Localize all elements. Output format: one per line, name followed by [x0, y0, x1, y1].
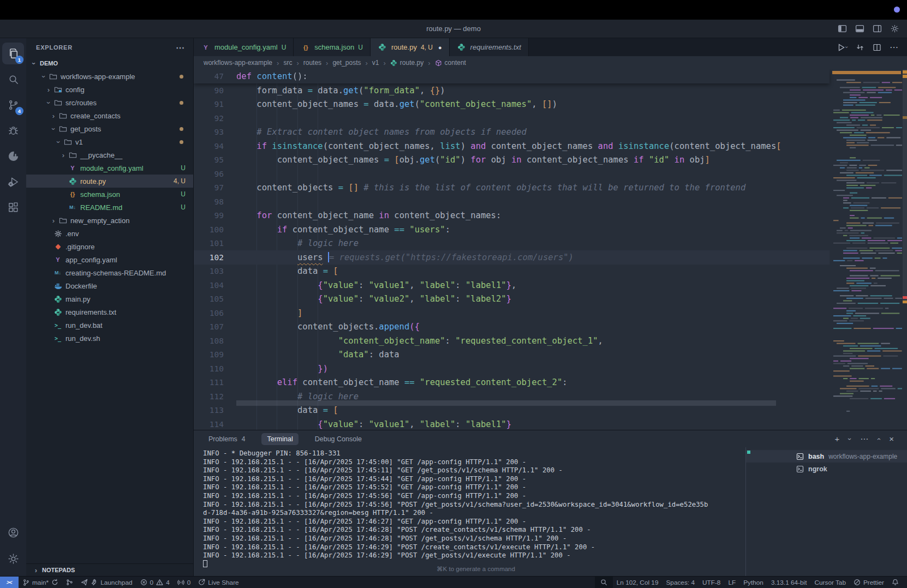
tree-item-module_config.yaml[interactable]: Ymodule_config.yamlU — [26, 161, 193, 175]
status-remote-indicator[interactable]: >< — [0, 577, 19, 588]
tree-item-workflows-app-example[interactable]: ›workflows-app-example — [26, 70, 193, 83]
code-line-106[interactable]: 106 ] — [194, 306, 830, 320]
activity-search[interactable] — [2, 68, 24, 90]
activity-extension-logo[interactable] — [2, 145, 24, 167]
code-line-114[interactable]: 114 {"value": "value1", "label": "label1… — [194, 417, 830, 430]
tree-item-README.md[interactable]: M↓README.mdU — [26, 201, 193, 214]
code-line-100[interactable]: 100 if content_object_name == "users": — [194, 223, 830, 237]
horizontal-scrollbar[interactable] — [236, 400, 776, 406]
layout-panel-icon[interactable] — [855, 24, 864, 33]
breadcrumb-item-v1[interactable]: v1 — [372, 59, 379, 67]
status-formatter-prettier[interactable]: Prettier — [850, 577, 888, 588]
activity-explorer[interactable]: 1 — [2, 43, 24, 64]
status-encoding[interactable]: UTF-8 — [699, 577, 724, 588]
code-line-107[interactable]: 107 content_objects.append({ — [194, 320, 830, 334]
status-live-share[interactable]: Live Share — [194, 577, 242, 588]
panel-tab-Debug Console[interactable]: Debug Console — [309, 433, 367, 445]
tree-item-creating-schemas-README.md[interactable]: M↓creating-schemas-README.md — [26, 266, 193, 279]
tree-item-new_empty_action[interactable]: ›new_empty_action — [26, 214, 193, 227]
activity-accounts[interactable] — [2, 521, 24, 543]
code-line-99[interactable]: 99 for content_object_name in content_ob… — [194, 209, 830, 223]
activity-testing[interactable] — [2, 171, 24, 193]
tree-item-.gitignore[interactable]: .gitignore — [26, 240, 193, 253]
views-more-actions-icon[interactable]: ⋯ — [176, 43, 184, 53]
code-line-102[interactable]: 102 users = requests.get("https://fakest… — [194, 250, 830, 265]
tree-item-v1[interactable]: ›v1 — [26, 135, 193, 148]
terminal-instance-bash[interactable]: bashworkflows-app-example — [746, 450, 907, 463]
settings-gear-icon[interactable] — [890, 24, 899, 33]
minimap[interactable] — [832, 69, 902, 418]
layout-sidebar-left-icon[interactable] — [838, 24, 847, 33]
tab-route.py[interactable]: route.py4, U● — [371, 38, 450, 56]
activity-manage[interactable] — [2, 548, 24, 569]
run-python-file-button[interactable]: › — [837, 43, 848, 52]
maximize-panel-icon[interactable]: › — [878, 436, 880, 442]
panel-tab-Problems[interactable]: Problems4 — [203, 433, 250, 445]
breadcrumb-item-get_posts[interactable]: get_posts — [332, 59, 361, 67]
new-terminal-icon[interactable]: + — [834, 435, 839, 443]
breadcrumb-item-src[interactable]: src — [283, 59, 292, 67]
tab-module_config.yaml[interactable]: Ymodule_config.yamlU — [194, 38, 294, 56]
breadcrumb-item-route.py[interactable]: route.py — [390, 59, 423, 67]
breadcrumb-item-content[interactable]: content — [435, 59, 466, 67]
terminal-output[interactable]: INFO - * Debugger PIN: 856-118-331INFO -… — [194, 447, 745, 576]
code-line-95[interactable]: 95 content_object_names = [obj.get("id")… — [194, 153, 830, 167]
tree-item-__pycache__[interactable]: ›__pycache__ — [26, 148, 193, 161]
code-line-93[interactable]: 93 # Extract content object names from o… — [194, 125, 830, 140]
tree-item-Dockerfile[interactable]: Dockerfile — [26, 279, 193, 292]
tree-item-requirements.txt[interactable]: requirements.txt — [26, 305, 193, 319]
sticky-scroll-line[interactable]: 47def content(): — [194, 69, 830, 83]
status-scm-graph[interactable] — [62, 577, 77, 588]
tree-item-route.py[interactable]: route.py4, U — [26, 175, 193, 188]
more-icon[interactable]: ⋯ — [860, 435, 868, 443]
code-editor[interactable]: 47def content(): 90 form_data = data.get… — [194, 69, 907, 430]
code-line-110[interactable]: 110 }) — [194, 362, 830, 376]
code-line-90[interactable]: 90 form_data = data.get("form_data", {}) — [194, 83, 830, 98]
tree-item-.env[interactable]: .env — [26, 227, 193, 240]
section-demo[interactable]: › DEMO — [26, 57, 193, 70]
tree-item-main.py[interactable]: main.py — [26, 292, 193, 305]
activity-extensions[interactable] — [2, 196, 24, 218]
breadcrumb-item-workflows-app-example[interactable]: workflows-app-example — [204, 59, 272, 67]
modified-dot[interactable]: ● — [438, 44, 442, 51]
tree-item-src/routes[interactable]: ›src/routes — [26, 96, 193, 109]
code-line-108[interactable]: 108 "content_object_name": "requested_co… — [194, 334, 830, 348]
panel-tab-Terminal[interactable]: Terminal — [261, 433, 298, 445]
code-line-97[interactable]: 97 content_objects = [] # this is the li… — [194, 181, 830, 195]
status-notifications-bell[interactable] — [888, 577, 903, 588]
tree-item-schema.json[interactable]: {}schema.jsonU — [26, 188, 193, 201]
status-language-mode[interactable]: Python — [739, 577, 767, 588]
code-line-94[interactable]: 94 if isinstance(content_object_names, l… — [194, 139, 830, 153]
code-line-92[interactable]: 92 — [194, 111, 830, 125]
status-cursor-position[interactable]: Ln 102, Col 19 — [613, 577, 663, 588]
status-search-toggle[interactable] — [595, 577, 613, 588]
tab-requirements.txt[interactable]: requirements.txt — [450, 38, 529, 56]
activity-source-control[interactable]: 4 — [2, 94, 24, 116]
status-cursor-tab[interactable]: Cursor Tab — [810, 577, 849, 588]
code-line-105[interactable]: 105 {"value": "value2", "label": "label2… — [194, 292, 830, 307]
activity-run-and-debug[interactable] — [2, 119, 24, 141]
tree-item-run_dev.bat[interactable]: >_run_dev.bat — [26, 319, 193, 332]
more-actions-icon[interactable]: ⋯ — [890, 42, 898, 52]
code-line-96[interactable]: 96 — [194, 167, 830, 181]
code-line-103[interactable]: 103 data = [ — [194, 265, 830, 279]
status-problems-summary[interactable]: 04 — [136, 577, 174, 588]
code-line-111[interactable]: 111 elif content_object_name == "request… — [194, 376, 830, 390]
code-line-98[interactable]: 98 — [194, 195, 830, 209]
status-indentation[interactable]: Spaces: 4 — [662, 577, 698, 588]
tree-item-get_posts[interactable]: ›get_posts — [26, 122, 193, 135]
code-line-91[interactable]: 91 content_object_names = data.get("cont… — [194, 98, 830, 112]
close-panel-icon[interactable]: × — [889, 435, 894, 443]
tree-item-run_dev.sh[interactable]: >_run_dev.sh — [26, 332, 193, 345]
open-changes-icon[interactable] — [856, 43, 864, 52]
layout-sidebar-right-icon[interactable] — [873, 24, 882, 33]
split-editor-icon[interactable] — [873, 43, 881, 52]
tree-item-create_contacts[interactable]: ›create_contacts — [26, 109, 193, 122]
tab-schema.json[interactable]: {}schema.jsonU — [294, 38, 371, 56]
code-line-101[interactable]: 101 # logic here — [194, 237, 830, 251]
status-launchpad[interactable]: Launchpad — [77, 577, 136, 588]
status-eol[interactable]: LF — [724, 577, 739, 588]
tree-item-config[interactable]: ›config — [26, 83, 193, 96]
status-git-branch[interactable]: main* — [19, 577, 62, 588]
code-line-109[interactable]: 109 "data": data — [194, 348, 830, 362]
